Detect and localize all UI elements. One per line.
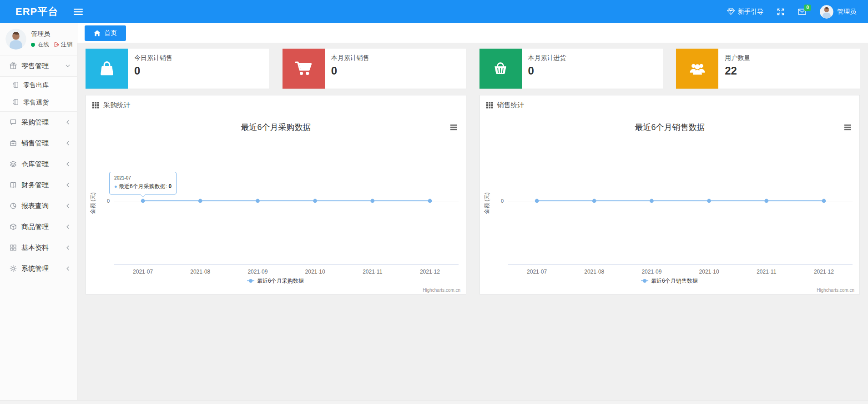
erp-dashboard: ERP平台 新手引导 0 管理员 管理员: [0, 0, 868, 404]
chevron-left-icon: [65, 161, 71, 167]
svg-text:最近6个月销售数据: 最近6个月销售数据: [651, 278, 698, 284]
tab-home[interactable]: 首页: [85, 25, 126, 41]
sidebar-item-retail-outbound[interactable]: 零售出库: [0, 77, 77, 94]
stat-label: 本月累计进货: [528, 54, 566, 62]
chevron-left-icon: [65, 203, 71, 209]
svg-text:最近6个月采购数据: 最近6个月采购数据: [241, 123, 311, 132]
beginner-guide-link[interactable]: 新手引导: [727, 8, 763, 16]
sales-stats-panel: 销售统计 最近6个月销售数据0金额 (元)2021-072021-082021-…: [479, 95, 860, 294]
menu-label: 财务管理: [21, 181, 49, 190]
home-icon: [94, 30, 101, 36]
chevron-left-icon: [65, 182, 71, 188]
charts-row: 采购统计 最近6个月采购数据0金额 (元)2021-072021-082021-…: [86, 95, 860, 294]
svg-text:2021-11: 2021-11: [363, 269, 382, 275]
sidebar-item-reports[interactable]: 报表查询: [0, 195, 77, 216]
svg-text:2021-07: 2021-07: [133, 269, 153, 275]
chart-tooltip: 2021-07● 最近6个月采购数据: 0: [109, 172, 177, 195]
purchase-chart[interactable]: 最近6个月采购数据0金额 (元)2021-072021-082021-09202…: [86, 115, 466, 295]
sidebar-item-purchase[interactable]: 采购管理: [0, 112, 77, 133]
stat-card-user-count: 用户数量 22: [676, 49, 860, 89]
online-status-dot: [31, 43, 35, 47]
journal-icon: [13, 99, 19, 107]
menu-label: 仓库管理: [21, 160, 49, 169]
pie-chart-icon: [9, 202, 17, 209]
sidebar-item-products[interactable]: 商品管理: [0, 216, 77, 237]
user-name: 管理员: [837, 8, 856, 16]
main-area: 首页 今日累计销售 0 本月累计销售: [77, 23, 868, 400]
retail-submenu: 零售出库 零售退货: [0, 76, 77, 112]
chevron-left-icon: [65, 224, 71, 229]
sidebar-item-system[interactable]: 系统管理: [0, 258, 77, 279]
menu-label: 基本资料: [21, 244, 49, 252]
book-icon: [9, 181, 17, 189]
messages-button[interactable]: 0: [798, 9, 806, 15]
sidebar-user-panel: 管理员 在线 注销: [0, 23, 77, 55]
svg-text:2021-12: 2021-12: [813, 269, 833, 275]
svg-text:Highcharts.com.cn: Highcharts.com.cn: [423, 288, 460, 293]
svg-text:Highcharts.com.cn: Highcharts.com.cn: [817, 288, 854, 293]
purchase-stats-panel: 采购统计 最近6个月采购数据0金额 (元)2021-072021-082021-…: [86, 95, 466, 294]
briefcase-icon: [9, 140, 17, 147]
menu-label: 销售管理: [21, 139, 49, 148]
svg-text:金额 (元): 金额 (元): [90, 192, 96, 214]
stat-label: 本月累计销售: [331, 54, 369, 62]
logout-label: 注销: [61, 41, 72, 49]
svg-text:2021-12: 2021-12: [420, 269, 440, 275]
chevron-down-icon: [65, 63, 71, 69]
sidebar-item-retail[interactable]: 零售管理: [0, 55, 77, 76]
th-icon: [486, 102, 493, 109]
svg-text:0: 0: [500, 198, 503, 204]
mail-badge: 0: [804, 5, 811, 11]
svg-text:2021-08: 2021-08: [190, 269, 210, 275]
box-icon: [9, 223, 17, 230]
gear-icon: [9, 265, 17, 272]
menu-label: 系统管理: [21, 264, 49, 273]
fullscreen-icon[interactable]: [777, 8, 784, 15]
svg-text:0: 0: [107, 198, 110, 204]
stat-label: 用户数量: [725, 54, 750, 62]
svg-text:2021-07: 2021-07: [527, 269, 547, 275]
tab-home-label: 首页: [104, 29, 117, 37]
sales-chart[interactable]: 最近6个月销售数据0金额 (元)2021-072021-082021-09202…: [480, 115, 860, 295]
avatar: [820, 5, 833, 19]
th-icon: [92, 102, 99, 109]
sidebar-menu: 零售管理 零售出库 零售退货 采购管理: [0, 55, 77, 279]
svg-text:最近6个月销售数据: 最近6个月销售数据: [635, 123, 705, 132]
menu-label: 商品管理: [21, 223, 49, 231]
avatar: [5, 29, 26, 50]
submenu-label: 零售出库: [23, 81, 49, 90]
svg-text:2021-08: 2021-08: [584, 269, 604, 275]
sidebar-item-sales[interactable]: 销售管理: [0, 133, 77, 154]
panel-title: 采购统计: [103, 101, 131, 110]
stat-label: 今日累计销售: [134, 54, 172, 62]
chevron-left-icon: [65, 140, 71, 146]
sidebar-item-warehouse[interactable]: 仓库管理: [0, 154, 77, 175]
svg-text:2021-11: 2021-11: [757, 269, 776, 275]
stat-card-today-sales: 今日累计销售 0: [86, 49, 269, 89]
sidebar-item-basic-data[interactable]: 基本资料: [0, 237, 77, 258]
sidebar: 管理员 在线 注销 零售管理: [0, 23, 77, 400]
stat-card-month-sales: 本月累计销售 0: [283, 49, 466, 89]
stat-card-month-purchase: 本月累计进货 0: [479, 49, 663, 89]
sidebar-item-finance[interactable]: 财务管理: [0, 175, 77, 195]
journal-icon: [13, 81, 19, 90]
user-menu[interactable]: 管理员: [820, 5, 856, 19]
panel-title: 销售统计: [497, 101, 525, 110]
basket-icon: [479, 49, 522, 89]
chevron-left-icon: [65, 266, 71, 271]
svg-text:金额 (元): 金额 (元): [484, 192, 490, 214]
dashboard-content: 今日累计销售 0 本月累计销售 0 本月累计: [77, 43, 868, 400]
chat-icon: [9, 119, 17, 126]
online-status-label: 在线: [38, 41, 49, 49]
stat-value: 0: [528, 65, 566, 77]
chevron-left-icon: [65, 120, 71, 125]
sidebar-item-retail-return[interactable]: 零售退货: [0, 94, 77, 111]
app-logo[interactable]: ERP平台: [0, 5, 71, 19]
logout-link[interactable]: 注销: [54, 41, 72, 49]
menu-label: 零售管理: [21, 62, 49, 70]
stat-value: 22: [725, 65, 750, 77]
svg-text:2021-10: 2021-10: [305, 269, 325, 275]
svg-text:2021-09: 2021-09: [247, 269, 267, 275]
svg-text:2021-09: 2021-09: [641, 269, 661, 275]
hamburger-icon[interactable]: [71, 5, 86, 18]
